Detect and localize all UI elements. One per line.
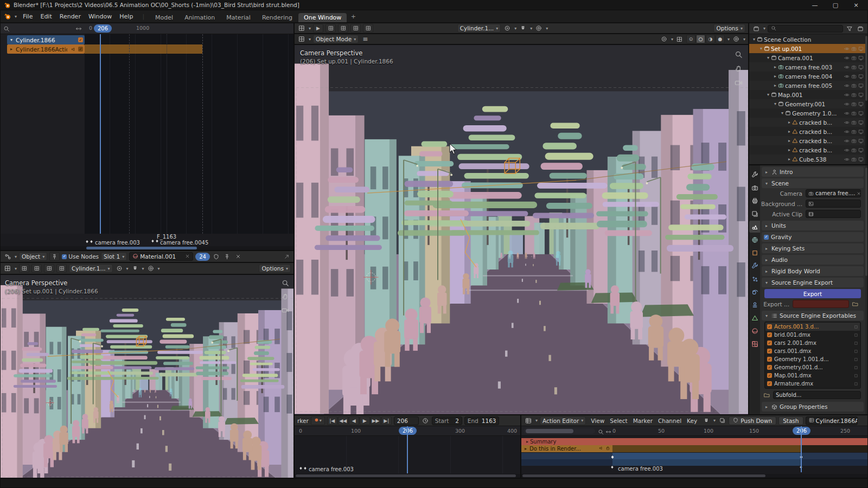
- exportable-item[interactable]: ✓Actors.001 3.d...: [765, 323, 860, 331]
- disable-render-icon[interactable]: [851, 46, 857, 52]
- zoom-icon[interactable]: [735, 50, 743, 60]
- folder-icon[interactable]: [852, 301, 861, 307]
- ae-menu-key[interactable]: Key: [684, 418, 700, 424]
- panel-scene[interactable]: ▾Scene: [762, 178, 864, 188]
- h-scrollbar[interactable]: [1, 246, 294, 250]
- outliner-row[interactable]: ▾Geometry.001: [749, 99, 865, 108]
- close-material-icon[interactable]: [234, 252, 242, 261]
- summary-channel-row[interactable]: ▸ Summary: [521, 438, 868, 445]
- panel-keying-sets[interactable]: ▸Keying Sets: [762, 243, 864, 253]
- ae-menu-view[interactable]: View: [588, 418, 607, 424]
- frame-end-field[interactable]: End 1163: [464, 416, 499, 425]
- workspace-tab-one-window[interactable]: One Window: [298, 13, 347, 22]
- exportable-checkbox[interactable]: ✓: [767, 381, 772, 386]
- panel-group-properties[interactable]: ▸Group Properties: [762, 402, 864, 412]
- properties-tab-output[interactable]: [749, 195, 760, 207]
- disable-viewport-icon[interactable]: [858, 157, 864, 162]
- gizmo-toggle-4[interactable]: [363, 24, 373, 33]
- exportable-checkbox[interactable]: ✓: [767, 332, 772, 337]
- stash-button[interactable]: Stash: [778, 416, 803, 425]
- camera-view-icon[interactable]: [282, 306, 289, 316]
- properties-tab-constraints[interactable]: [749, 299, 760, 311]
- exportable-item[interactable]: ✓Geometry 1.001.d...: [765, 355, 860, 363]
- shading-mode-2[interactable]: ◑: [706, 35, 715, 43]
- disable-viewport-icon[interactable]: [858, 65, 864, 70]
- outliner-row[interactable]: ▾Set up.001: [749, 44, 865, 53]
- outliner-row[interactable]: ▸camera free.004: [749, 72, 865, 81]
- playhead[interactable]: [407, 426, 408, 473]
- exportable-checkbox[interactable]: ✓: [767, 373, 772, 378]
- jump-end-button[interactable]: ▶|: [381, 416, 392, 425]
- pan-hand-icon[interactable]: [282, 293, 289, 302]
- properties-tab-modifiers[interactable]: [749, 260, 760, 272]
- playhead[interactable]: [801, 426, 802, 472]
- export-button[interactable]: Export: [764, 289, 861, 298]
- properties-tab-object[interactable]: [749, 247, 760, 259]
- shading-mode-1[interactable]: ○: [696, 35, 705, 43]
- marker-diamond-icon[interactable]: [299, 465, 307, 472]
- outliner-row[interactable]: ▾Map.001: [749, 90, 865, 99]
- proportional-edit-icon[interactable]: [146, 264, 155, 273]
- gizmo-toggle-2[interactable]: [338, 24, 348, 33]
- outliner-row[interactable]: ▾Scene Collection: [749, 35, 865, 44]
- viewport-secondary[interactable]: Camera Perspective (206) Set up.001 | Cy…: [0, 274, 294, 478]
- dope-sheet-canvas[interactable]: [85, 34, 293, 234]
- properties-tab-texture[interactable]: [749, 338, 760, 350]
- current-frame-field[interactable]: 206: [394, 416, 419, 425]
- hamburger-menu-icon[interactable]: ≡: [361, 35, 369, 43]
- shader-type-dropdown[interactable]: Object▾: [19, 252, 47, 261]
- exportable-checkbox[interactable]: ✓: [767, 357, 772, 362]
- push-down-button[interactable]: Push Down: [729, 416, 776, 425]
- play-reverse-button[interactable]: ◀: [349, 416, 359, 425]
- action-ruler[interactable]: 050100150200250 206: [521, 426, 868, 436]
- disable-viewport-icon[interactable]: [858, 147, 864, 153]
- ae-menu-channel[interactable]: Channel: [655, 418, 684, 424]
- chevron-right-icon[interactable]: ▸: [787, 129, 792, 134]
- hide-icon[interactable]: [844, 55, 850, 61]
- editor-type-icon[interactable]: [297, 35, 306, 43]
- disable-render-icon[interactable]: [851, 157, 857, 162]
- blender-logo-icon[interactable]: [3, 1, 11, 9]
- channel-row-object[interactable]: ▾ Cylinder.1866 ✓: [7, 35, 85, 44]
- properties-tab-object-data[interactable]: [749, 312, 760, 324]
- search-input[interactable]: [778, 25, 816, 31]
- chevron-down-icon[interactable]: ▾: [765, 55, 771, 60]
- panel-audio[interactable]: ▸Audio: [762, 255, 864, 265]
- pivot-icon[interactable]: [503, 24, 512, 33]
- new-collection-icon[interactable]: [856, 24, 865, 33]
- ae-menu-marker[interactable]: Marker: [630, 418, 655, 424]
- exportable-checkbox[interactable]: ✓: [767, 341, 772, 345]
- menu-render[interactable]: Render: [56, 13, 85, 20]
- hide-icon[interactable]: [844, 65, 850, 70]
- select-mode-button-1[interactable]: [19, 264, 29, 273]
- clipped-menu-label[interactable]: rker: [297, 418, 309, 424]
- proportional-edit-icon[interactable]: [534, 24, 543, 33]
- gravity-checkbox[interactable]: ✓: [764, 235, 769, 240]
- pin-icon[interactable]: [223, 252, 232, 261]
- panel-intro[interactable]: ▸Intro: [762, 167, 864, 177]
- pin-toggle-button[interactable]: [49, 252, 60, 261]
- disable-viewport-icon[interactable]: [858, 55, 864, 61]
- property-field[interactable]: [806, 210, 861, 218]
- subfolder-field[interactable]: Subfold...: [773, 391, 861, 399]
- channel-checkbox[interactable]: ✓: [78, 47, 83, 52]
- exportable-checkbox[interactable]: ✓: [767, 365, 772, 370]
- snap-magnet-icon[interactable]: [131, 264, 139, 273]
- workspace-tab-material[interactable]: Material: [221, 13, 256, 22]
- auto-keying-button[interactable]: ▾: [311, 416, 325, 425]
- workspace-tab-rendering[interactable]: Rendering: [257, 13, 298, 22]
- outliner-row[interactable]: ▸Cube.538: [749, 155, 865, 164]
- select-mode-button-2[interactable]: [31, 264, 42, 273]
- scrollbar-thumb[interactable]: [865, 168, 867, 276]
- action-channel-row[interactable]: ▸ Do this in Render...: [521, 445, 868, 452]
- chevron-down-icon[interactable]: ▾: [773, 101, 778, 106]
- gizmo-toggle-1[interactable]: [326, 24, 336, 33]
- keyframe-strip[interactable]: [521, 459, 868, 466]
- outliner-row[interactable]: ▸cracked b...: [749, 127, 865, 136]
- outliner-row[interactable]: ▸camera free.005: [749, 81, 865, 90]
- unlink-icon[interactable]: [185, 253, 190, 260]
- snap-magnet-icon[interactable]: [702, 416, 711, 425]
- chevron-right-icon[interactable]: ▸: [787, 120, 792, 125]
- disable-viewport-icon[interactable]: [858, 92, 864, 98]
- disable-viewport-icon[interactable]: [858, 129, 864, 134]
